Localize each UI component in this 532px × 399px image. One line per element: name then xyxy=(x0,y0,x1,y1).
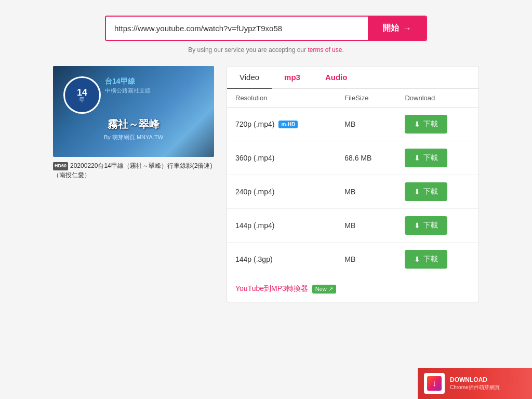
new-badge: New ↗ xyxy=(312,285,336,294)
road-jia: 甲 xyxy=(79,97,85,103)
download-button[interactable]: ⬇下載 xyxy=(405,182,447,201)
table-row: 144p (.mp4)MB⬇下載 xyxy=(227,209,478,243)
filesize-cell: MB xyxy=(336,209,396,243)
download-icon: ⬇ xyxy=(414,120,420,128)
thumbnail-text-right: 台14甲線 中橫公路霧社支線 xyxy=(105,76,151,95)
thumbnail-title1: 台14甲線 xyxy=(105,76,151,87)
start-button-label: 開始 xyxy=(382,23,399,34)
resolution-cell: 144p (.mp4) xyxy=(227,209,336,243)
table-row: 144p (.3gp)MB⬇下載 xyxy=(227,243,478,276)
download-label: 下載 xyxy=(423,153,438,163)
col-resolution: Resolution xyxy=(227,89,336,108)
download-cell: ⬇下載 xyxy=(396,141,478,175)
download-icon: ⬇ xyxy=(414,255,420,263)
start-button[interactable]: 開始 → xyxy=(368,17,426,40)
banner-text-block: DOWNLOAD Chrome插件萌芽網頁 xyxy=(450,376,500,392)
col-filesize: FileSize xyxy=(336,89,396,108)
download-label: 下載 xyxy=(423,119,438,129)
video-title: HD6020200220台14甲線（霧社～翠峰）行車錄影(2倍速)（南投仁愛） xyxy=(53,161,214,180)
download-label: 下載 xyxy=(423,221,438,230)
main-content: 14 甲 台14甲線 中橫公路霧社支線 霧社～翠峰 By 萌芽網頁 MNYA.T… xyxy=(53,66,479,302)
download-button[interactable]: ⬇下載 xyxy=(405,216,447,235)
resolution-cell: 144p (.3gp) xyxy=(227,243,336,276)
external-icon: ↗ xyxy=(328,286,333,292)
road-number: 14 xyxy=(77,88,87,97)
resolution-cell: 240p (.mp4) xyxy=(227,175,336,209)
resolution-text: 144p (.mp4) xyxy=(235,221,274,230)
video-thumbnail: 14 甲 台14甲線 中橫公路霧社支線 霧社～翠峰 By 萌芽網頁 MNYA.T… xyxy=(53,66,214,157)
download-cell: ⬇下載 xyxy=(396,108,478,141)
download-cell: ⬇下載 xyxy=(396,209,478,243)
url-input[interactable] xyxy=(106,17,368,40)
page-wrapper: 開始 → By using our service you are accept… xyxy=(43,0,489,318)
download-icon: ⬇ xyxy=(414,188,420,196)
table-row: 720p (.mp4)m-HDMB⬇下載 xyxy=(227,108,478,141)
terms-text: By using our service you are accepting o… xyxy=(53,46,479,54)
download-banner[interactable]: ↓ DOWNLOAD Chrome插件萌芽網頁 xyxy=(418,368,532,399)
search-section: 開始 → xyxy=(53,16,479,41)
thumbnail-main-title: 霧社～翠峰 xyxy=(104,117,163,131)
banner-subtitle: Chrome插件萌芽網頁 xyxy=(450,384,500,391)
download-label: 下載 xyxy=(423,255,438,264)
tab-audio[interactable]: Audio xyxy=(313,66,360,89)
resolution-text: 240p (.mp4) xyxy=(235,188,274,196)
download-icon: ⬇ xyxy=(414,221,420,230)
resolution-cell: 720p (.mp4)m-HD xyxy=(227,108,336,141)
table-row: 240p (.mp4)MB⬇下載 xyxy=(227,175,478,209)
thumbnail-credit: By 萌芽網頁 MNYA.TW xyxy=(104,134,163,141)
thumbnail-title2: 中橫公路霧社支線 xyxy=(105,87,151,95)
tab-mp3[interactable]: mp3 xyxy=(272,66,313,89)
banner-download-icon: ↓ xyxy=(432,379,436,388)
youtube-mp3-link[interactable]: YouTube到MP3轉換器 xyxy=(235,284,308,294)
resolution-text: 360p (.mp4) xyxy=(235,154,274,162)
filesize-cell: 68.6 MB xyxy=(336,141,396,175)
resolution-text: 144p (.3gp) xyxy=(235,255,273,263)
download-cell: ⬇下載 xyxy=(396,243,478,276)
resolution-text: 720p (.mp4) xyxy=(235,120,274,128)
download-button[interactable]: ⬇下載 xyxy=(405,149,447,167)
filesize-cell: MB xyxy=(336,175,396,209)
col-download: Download xyxy=(396,89,478,108)
search-bar: 開始 → xyxy=(105,16,427,41)
table-row: 360p (.mp4)68.6 MB⬇下載 xyxy=(227,141,478,175)
video-panel: 14 甲 台14甲線 中橫公路霧社支線 霧社～翠峰 By 萌芽網頁 MNYA.T… xyxy=(53,66,214,180)
banner-title: DOWNLOAD xyxy=(450,376,500,384)
download-icon: ⬇ xyxy=(414,154,420,162)
road-sign: 14 甲 xyxy=(63,76,101,114)
resolution-cell: 360p (.mp4) xyxy=(227,141,336,175)
filesize-cell: MB xyxy=(336,108,396,141)
tab-video[interactable]: Video xyxy=(227,66,272,89)
download-label: 下載 xyxy=(423,187,438,196)
download-button[interactable]: ⬇下載 xyxy=(405,250,447,269)
download-table: Resolution FileSize Download 720p (.mp4)… xyxy=(227,89,478,276)
download-button[interactable]: ⬇下載 xyxy=(405,115,447,134)
terms-link[interactable]: terms of use xyxy=(308,46,342,54)
thumbnail-bottom: 霧社～翠峰 By 萌芽網頁 MNYA.TW xyxy=(104,117,163,141)
banner-icon: ↓ xyxy=(424,373,445,394)
quality-badge: m-HD xyxy=(278,121,298,128)
tabs: Video mp3 Audio xyxy=(227,66,478,89)
arrow-icon: → xyxy=(403,24,411,33)
banner-icon-inner: ↓ xyxy=(427,376,442,391)
download-panel: Video mp3 Audio Resolution FileSize Down… xyxy=(227,66,479,302)
filesize-cell: MB xyxy=(336,243,396,276)
hd-badge: HD60 xyxy=(53,162,68,170)
youtube-mp3-section: YouTube到MP3轉換器 New ↗ xyxy=(227,276,478,302)
download-cell: ⬇下載 xyxy=(396,175,478,209)
